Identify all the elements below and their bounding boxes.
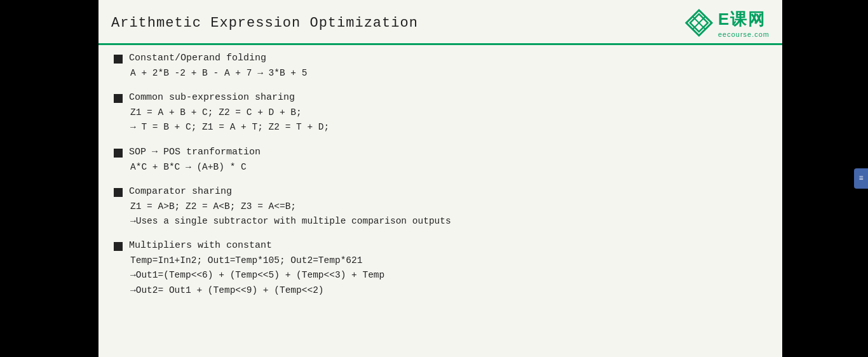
bullet-header-3: SOP → POS tranformation — [114, 147, 767, 158]
bullet-square-2 — [114, 94, 123, 103]
bullet-detail-3: A*C + B*C → (A+B) * C — [114, 160, 767, 175]
bullet-detail-4: Z1 = A>B; Z2 = A<B; Z3 = A<=B; →Uses a s… — [114, 199, 767, 229]
logo-sub: eecourse.com — [718, 30, 770, 38]
page-title: Arithmetic Expression Optimization — [111, 15, 418, 31]
bullet-detail-5: Temp=In1+In2; Out1=Temp*105; Out2=Temp*6… — [114, 253, 767, 298]
side-button[interactable]: ≡ — [854, 168, 868, 189]
bullet-item-multipliers-constant: Multipliers with constant Temp=In1+In2; … — [114, 240, 767, 298]
content-body: Constant/Operand folding A + 2*B -2 + B … — [98, 50, 782, 357]
bullet-item-constant-folding: Constant/Operand folding A + 2*B -2 + B … — [114, 53, 767, 81]
header: Arithmetic Expression Optimization E课网 e… — [98, 0, 782, 43]
bullet-header-5: Multipliers with constant — [114, 240, 767, 251]
bullet-square-5 — [114, 242, 123, 251]
bullet-square-3 — [114, 149, 123, 158]
bullet-item-common-subexpression: Common sub-expression sharing Z1 = A + B… — [114, 92, 767, 135]
bullet-header-2: Common sub-expression sharing — [114, 92, 767, 103]
bullet-label-4: Comparator sharing — [129, 186, 232, 197]
logo-icon — [684, 8, 714, 38]
bullet-header-4: Comparator sharing — [114, 186, 767, 197]
bullet-label-3: SOP → POS tranformation — [129, 147, 261, 158]
bullet-detail-1: A + 2*B -2 + B - A + 7 → 3*B + 5 — [114, 66, 767, 81]
bullet-square-4 — [114, 188, 123, 197]
logo-text: E课网 eecourse.com — [718, 8, 770, 38]
left-black-bar — [0, 0, 98, 357]
side-button-icon: ≡ — [858, 174, 863, 183]
logo-brand: E课网 — [718, 8, 766, 30]
bullet-label-2: Common sub-expression sharing — [129, 92, 295, 103]
right-black-bar: ≡ — [782, 0, 868, 357]
bullet-square-1 — [114, 55, 123, 64]
logo-area: E课网 eecourse.com — [684, 8, 770, 38]
bullet-label-5: Multipliers with constant — [129, 240, 272, 251]
main-content: Arithmetic Expression Optimization E课网 e… — [98, 0, 782, 357]
bullet-detail-2: Z1 = A + B + C; Z2 = C + D + B; → T = B … — [114, 105, 767, 135]
bullet-header-1: Constant/Operand folding — [114, 53, 767, 64]
bullet-item-sop-pos: SOP → POS tranformation A*C + B*C → (A+B… — [114, 147, 767, 175]
bullet-label-1: Constant/Operand folding — [129, 53, 266, 64]
header-divider — [98, 43, 782, 45]
bullet-item-comparator-sharing: Comparator sharing Z1 = A>B; Z2 = A<B; Z… — [114, 186, 767, 229]
